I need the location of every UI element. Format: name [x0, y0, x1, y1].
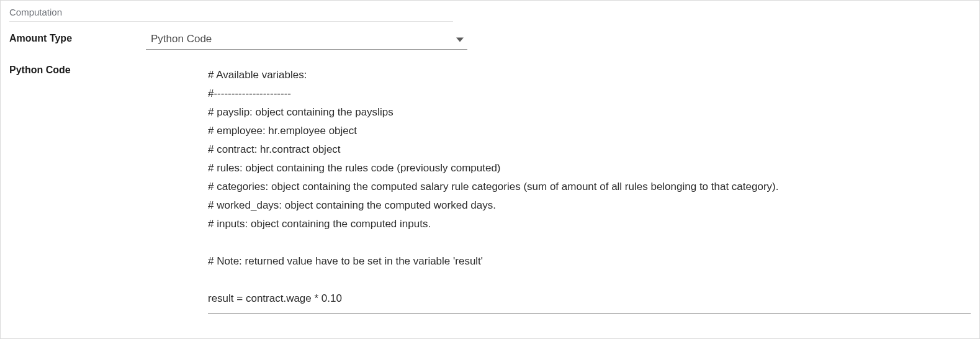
amount-type-select[interactable]: Python Code — [146, 30, 467, 50]
amount-type-row: Amount Type Python Code — [9, 30, 971, 50]
python-code-label: Python Code — [9, 62, 146, 76]
caret-down-icon — [456, 36, 464, 43]
amount-type-label: Amount Type — [9, 30, 146, 44]
python-code-row: Python Code # Available variables: #----… — [9, 62, 971, 314]
computation-section: Computation Amount Type Python Code Pyth… — [1, 1, 979, 320]
amount-type-value: Python Code — [151, 33, 212, 45]
section-title: Computation — [9, 7, 453, 22]
python-code-textarea[interactable]: # Available variables: #----------------… — [208, 62, 971, 314]
